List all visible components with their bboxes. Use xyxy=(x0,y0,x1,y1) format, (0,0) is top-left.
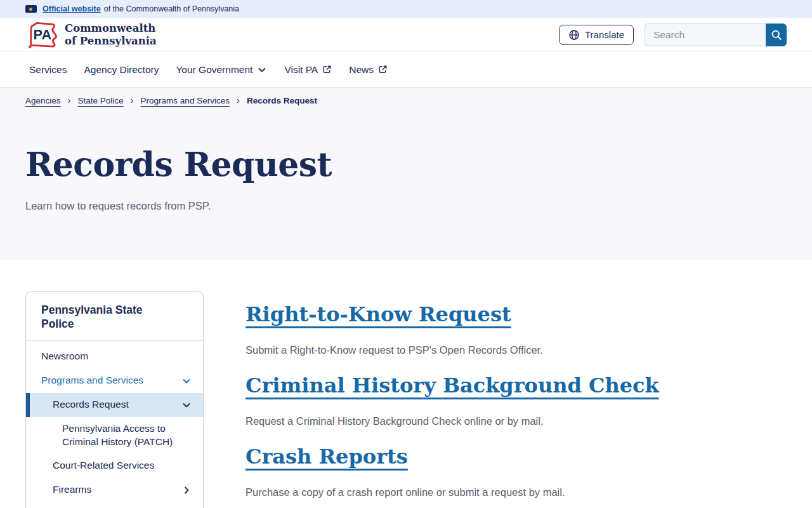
site-header: PA Commonwealth of Pennsylvania Translat… xyxy=(0,18,812,52)
page-title: Records Request xyxy=(25,145,787,184)
chevron-down-icon xyxy=(181,376,192,386)
breadcrumb-item-programs-and-services[interactable]: Programs and Services xyxy=(141,96,230,105)
chevron-down-icon xyxy=(257,65,267,75)
section-criminal-history-background-check: Criminal History Background CheckRequest… xyxy=(246,373,787,428)
chevron-down-icon xyxy=(181,400,192,410)
breadcrumb-separator: › xyxy=(68,95,71,105)
official-banner: Official website of the Commonwealth of … xyxy=(0,0,812,18)
section-title-link-criminal-history-background-check[interactable]: Criminal History Background Check xyxy=(246,373,659,398)
search-input[interactable] xyxy=(645,23,766,46)
pa-state-outline-icon: PA xyxy=(25,20,58,49)
sidebar-item-for-media[interactable]: For Media xyxy=(26,502,203,508)
sidebar-item-label: Court-Related Services xyxy=(53,459,154,472)
globe-icon xyxy=(568,29,580,41)
nav-item-label: Your Government xyxy=(176,64,252,76)
nav-item-news[interactable]: News xyxy=(349,64,388,76)
logo-wordmark: Commonwealth of Pennsylvania xyxy=(65,22,157,48)
sidebar-item-label: Programs and Services xyxy=(41,374,143,387)
nav-item-services[interactable]: Services xyxy=(29,64,67,76)
breadcrumb-item-state-police[interactable]: State Police xyxy=(78,96,124,105)
section-description: Purchase a copy of a crash report online… xyxy=(246,486,787,499)
sidebar-item-newsroom[interactable]: Newsroom xyxy=(26,345,203,369)
banner-text: of the Commonwealth of Pennsylvania xyxy=(104,4,239,13)
section-title-link-crash-reports[interactable]: Crash Reports xyxy=(246,444,408,469)
pa-logo[interactable]: PA Commonwealth of Pennsylvania xyxy=(25,20,157,49)
sidebar-item-firearms[interactable]: Firearms xyxy=(26,478,203,502)
sidebar-item-label: Newsroom xyxy=(41,350,88,363)
breadcrumb-separator: › xyxy=(131,95,134,105)
section-heading: Crash Reports xyxy=(246,444,787,471)
sidebar-item-records-request[interactable]: Records Request xyxy=(26,393,203,417)
sidebar-item-programs-and-services[interactable]: Programs and Services xyxy=(26,369,203,393)
nav-item-label: News xyxy=(349,64,374,76)
section-description: Submit a Right-to-Know request to PSP's … xyxy=(246,344,787,357)
section-heading: Right-to-Know Request xyxy=(246,302,787,328)
breadcrumb-item-records-request: Records Request xyxy=(247,96,317,105)
sidebar-item-label: Records Request xyxy=(53,398,129,411)
nav-item-your-government[interactable]: Your Government xyxy=(176,64,267,76)
section-right-to-know-request: Right-to-Know RequestSubmit a Right-to-K… xyxy=(246,302,787,357)
page-subtitle: Learn how to request records from PSP. xyxy=(25,200,787,212)
sidebar-item-label: Pennsylvania Access to Criminal History … xyxy=(62,422,178,449)
section-description: Request a Criminal History Background Ch… xyxy=(246,415,787,428)
breadcrumb: Agencies›State Police›Programs and Servi… xyxy=(25,96,787,105)
site-search xyxy=(645,23,787,46)
search-button[interactable] xyxy=(766,23,787,46)
content-area: Pennsylvania State Police NewsroomProgra… xyxy=(0,260,812,508)
nav-item-agency-directory[interactable]: Agency Directory xyxy=(84,64,159,76)
sidebar-menu: NewsroomPrograms and ServicesRecords Req… xyxy=(26,341,203,508)
sidebar-item-label: Firearms xyxy=(53,483,91,497)
pennsylvania-flag-icon xyxy=(25,5,37,13)
breadcrumb-item-agencies[interactable]: Agencies xyxy=(25,96,61,105)
page-hero: Agencies›State Police›Programs and Servi… xyxy=(0,88,812,260)
nav-item-label: Visit PA xyxy=(284,64,318,76)
sidebar-item-pennsylvania-access-to-criminal-history-patch[interactable]: Pennsylvania Access to Criminal History … xyxy=(26,417,203,454)
sidebar-card: Pennsylvania State Police NewsroomProgra… xyxy=(25,291,204,508)
nav-item-visit-pa[interactable]: Visit PA xyxy=(284,64,332,76)
breadcrumb-separator: › xyxy=(237,95,240,105)
chevron-right-icon xyxy=(181,485,192,495)
main-content: Right-to-Know RequestSubmit a Right-to-K… xyxy=(246,291,787,508)
sidebar-item-court-related-services[interactable]: Court-Related Services xyxy=(26,454,203,478)
official-website-link[interactable]: Official website xyxy=(43,4,101,13)
external-link-icon xyxy=(378,65,388,74)
section-crash-reports: Crash ReportsPurchase a copy of a crash … xyxy=(246,444,787,499)
sidebar-title: Pennsylvania State Police xyxy=(26,292,203,341)
section-title-link-right-to-know-request[interactable]: Right-to-Know Request xyxy=(246,302,511,326)
nav-item-label: Agency Directory xyxy=(84,64,159,76)
section-heading: Criminal History Background Check xyxy=(246,373,787,399)
translate-label: Translate xyxy=(585,29,624,40)
nav-item-label: Services xyxy=(29,64,67,76)
main-navigation: ServicesAgency DirectoryYour GovernmentV… xyxy=(0,52,812,88)
svg-text:PA: PA xyxy=(34,27,52,43)
external-link-icon xyxy=(322,65,332,74)
search-icon xyxy=(771,29,782,41)
translate-button[interactable]: Translate xyxy=(559,25,634,45)
